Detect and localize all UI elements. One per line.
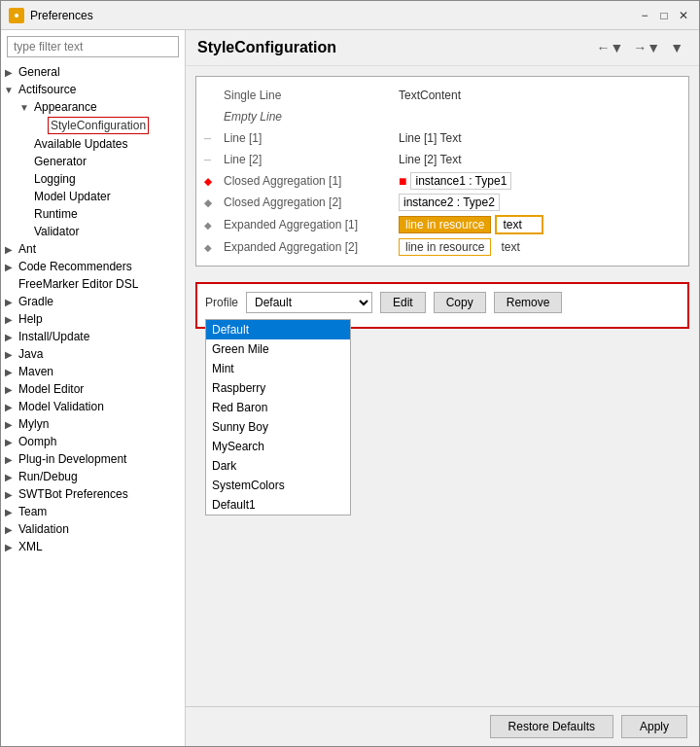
sidebar-item-validation[interactable]: ▶Validation	[1, 520, 185, 538]
preview-line2-value: Line [2] Text	[399, 153, 462, 166]
preview-closed-agg1-label: Closed Aggregation [1]	[224, 174, 399, 188]
profile-select[interactable]: DefaultGreen MileMintRaspberryRed BaronS…	[246, 292, 372, 313]
dropdown-option-sunny-boy[interactable]: Sunny Boy	[206, 417, 350, 437]
dropdown-option-green-mile[interactable]: Green Mile	[206, 339, 350, 359]
dropdown-option-default[interactable]: Default	[206, 320, 350, 339]
sidebar-label-team: Team	[17, 504, 49, 519]
dropdown-option-raspberry[interactable]: Raspberry	[206, 378, 350, 398]
sidebar-item-team[interactable]: ▶Team	[1, 503, 185, 520]
sidebar-item-xml[interactable]: ▶XML	[1, 538, 185, 555]
sidebar-item-freemarker[interactable]: FreeMarker Editor DSL	[1, 275, 185, 293]
sidebar-item-validator[interactable]: Validator	[1, 223, 185, 240]
back-button[interactable]: ←▼	[592, 38, 627, 57]
dropdown-option-mint[interactable]: Mint	[206, 359, 350, 378]
minimize-button[interactable]: −	[637, 8, 652, 23]
expand-icon-model-editor: ▶	[1, 384, 17, 395]
sidebar-item-logging[interactable]: Logging	[1, 170, 185, 188]
sidebar-item-available-updates[interactable]: Available Updates	[1, 135, 185, 153]
sidebar-label-mylyn: Mylyn	[17, 416, 51, 432]
sidebar-item-model-validation[interactable]: ▶Model Validation	[1, 398, 185, 415]
sidebar-item-swtbot[interactable]: ▶SWTBot Preferences	[1, 485, 185, 503]
svg-point-1	[15, 14, 18, 18]
apply-button[interactable]: Apply	[621, 715, 687, 738]
sidebar-label-runtime: Runtime	[32, 206, 80, 222]
right-panel: StyleConfiguration ←▼ →▼ ▼ Single Line T…	[186, 30, 699, 746]
window-title: Preferences	[30, 9, 637, 22]
preview-single-line: Single Line TextContent	[204, 85, 681, 106]
profile-label: Profile	[205, 296, 238, 309]
sidebar-item-mylyn[interactable]: ▶Mylyn	[1, 415, 185, 433]
maximize-button[interactable]: □	[656, 8, 672, 23]
preview-line1: ─ Line [1] Line [1] Text	[204, 127, 681, 149]
dropdown-option-default1[interactable]: Default1	[206, 495, 350, 515]
app-icon	[9, 8, 24, 23]
expand-icon-mylyn: ▶	[1, 419, 17, 430]
preview-line1-value: Line [1] Text	[399, 131, 462, 145]
forward-button[interactable]: →▼	[629, 38, 664, 57]
preview-line2-label: Line [2]	[224, 153, 399, 166]
remove-button[interactable]: Remove	[494, 292, 563, 313]
expand-icon-model-validation: ▶	[1, 402, 17, 412]
dropdown-option-systemcolors[interactable]: SystemColors	[206, 476, 350, 495]
profile-row: Profile DefaultGreen MileMintRaspberryRe…	[205, 292, 680, 313]
sidebar-item-run-debug[interactable]: ▶Run/Debug	[1, 468, 185, 485]
sidebar-item-oomph[interactable]: ▶Oomph	[1, 433, 185, 450]
restore-defaults-button[interactable]: Restore Defaults	[490, 715, 613, 738]
sidebar-item-model-editor[interactable]: ▶Model Editor	[1, 380, 185, 398]
sidebar-item-plug-in-development[interactable]: ▶Plug-in Development	[1, 450, 185, 468]
sidebar-label-swtbot: SWTBot Preferences	[17, 486, 130, 502]
expand-icon-team: ▶	[1, 507, 17, 517]
preview-expanded-agg1-text: text	[495, 215, 543, 234]
expand-icon-code-recommenders: ▶	[1, 262, 17, 272]
sidebar-label-generator: Generator	[32, 154, 88, 169]
sidebar-item-code-recommenders[interactable]: ▶Code Recommenders	[1, 258, 185, 275]
panel-title: StyleConfiguration	[197, 39, 592, 56]
sidebar-item-generator[interactable]: Generator	[1, 153, 185, 170]
sidebar-label-plug-in-development: Plug-in Development	[17, 451, 128, 467]
dropdown-option-mysearch[interactable]: MySearch	[206, 437, 350, 456]
nav-buttons: ←▼ →▼ ▼	[592, 38, 687, 57]
main-content: ▶General▼Actifsource▼AppearanceStyleConf…	[1, 30, 699, 746]
sidebar-item-actifsource[interactable]: ▼Actifsource	[1, 81, 185, 98]
sidebar-item-ant[interactable]: ▶Ant	[1, 240, 185, 258]
preview-expanded-agg1: ◆ Expanded Aggregation [1] line in resou…	[204, 213, 681, 236]
sidebar-item-install-update[interactable]: ▶Install/Update	[1, 328, 185, 345]
sidebar-item-help[interactable]: ▶Help	[1, 310, 185, 328]
search-input[interactable]	[7, 36, 179, 57]
expand-icon-general: ▶	[1, 67, 17, 78]
sidebar-label-styleconfiguration: StyleConfiguration	[48, 117, 149, 134]
sidebar-item-model-updater[interactable]: Model Updater	[1, 188, 185, 205]
sidebar-label-install-update: Install/Update	[17, 329, 91, 344]
sidebar-item-java[interactable]: ▶Java	[1, 345, 185, 363]
sidebar-label-help: Help	[17, 311, 45, 327]
dropdown-option-red-baron[interactable]: Red Baron	[206, 398, 350, 417]
copy-button[interactable]: Copy	[434, 292, 486, 313]
preview-closed-agg1-value: instance1 : Type1	[410, 172, 511, 190]
sidebar-item-gradle[interactable]: ▶Gradle	[1, 293, 185, 310]
preview-expanded-agg1-label: Expanded Aggregation [1]	[224, 218, 399, 231]
menu-button[interactable]: ▼	[666, 38, 687, 57]
preview-line1-label: Line [1]	[224, 131, 399, 145]
sidebar-item-appearance[interactable]: ▼Appearance	[1, 98, 185, 116]
edit-button[interactable]: Edit	[380, 292, 426, 313]
dropdown-option-dark[interactable]: Dark	[206, 456, 350, 476]
preview-line2: ─ Line [2] Line [2] Text	[204, 149, 681, 170]
close-button[interactable]: ✕	[676, 8, 691, 23]
sidebar-label-available-updates: Available Updates	[32, 136, 130, 152]
expand-icon-appearance: ▼	[17, 102, 32, 113]
sidebar-item-general[interactable]: ▶General	[1, 63, 185, 81]
sidebar-label-java: Java	[17, 346, 45, 362]
preview-empty-line-label: Empty Line	[224, 110, 399, 124]
expand-icon-oomph: ▶	[1, 437, 17, 447]
sidebar-item-maven[interactable]: ▶Maven	[1, 363, 185, 380]
sidebar-label-ant: Ant	[17, 241, 38, 257]
sidebar-item-runtime[interactable]: Runtime	[1, 205, 185, 223]
expand-icon-run-debug: ▶	[1, 472, 17, 482]
sidebar-item-styleconfiguration[interactable]: StyleConfiguration	[1, 116, 185, 135]
window-controls: − □ ✕	[637, 8, 691, 23]
expand-icon-maven: ▶	[1, 367, 17, 377]
preview-expanded-agg2: ◆ Expanded Aggregation [2] line in resou…	[204, 236, 681, 258]
sidebar-label-appearance: Appearance	[32, 99, 99, 115]
dropdown-list: DefaultGreen MileMintRaspberryRed BaronS…	[205, 319, 351, 516]
sidebar-label-xml: XML	[17, 539, 45, 554]
